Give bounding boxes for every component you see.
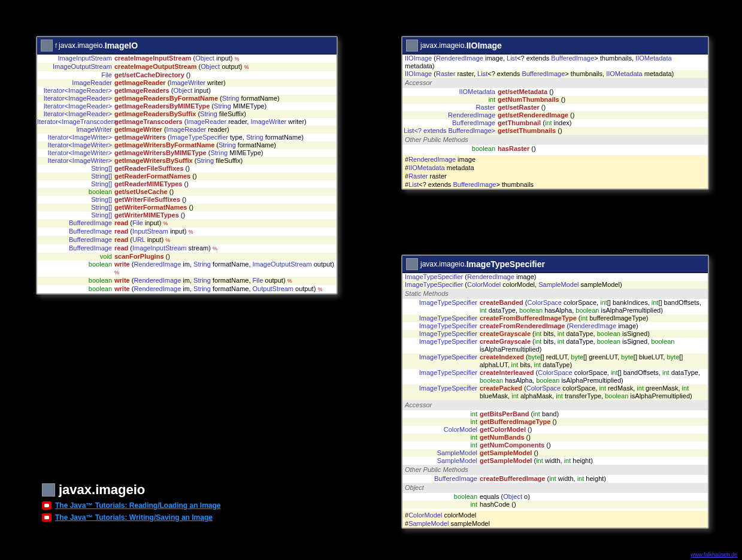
method-row[interactable]: Rasterget/setRaster () [402, 104, 708, 111]
method-row[interactable]: String[]getWriterFileSuffixes () [37, 196, 337, 204]
accessor-list: IIOMetadataget/setMetadata ()intgetNumTh… [402, 88, 708, 135]
field-row: #Raster raster [402, 172, 708, 180]
method-row[interactable]: voidscanForPlugins () [37, 253, 337, 261]
method-row[interactable]: ImageTypeSpecifiercreateFromRenderedImag… [402, 322, 708, 330]
method-row[interactable]: SampleModelgetSampleModel () [402, 449, 708, 457]
method-row[interactable]: Iterator<ImageReader>getImageReadersByFo… [37, 95, 337, 102]
section-header: Other Public Methods [402, 465, 708, 475]
footer-link[interactable]: www.falkhausen.de [690, 552, 737, 558]
method-row[interactable]: BufferedImagecreateBufferedImage (int wi… [402, 475, 708, 483]
package-heading: javax.imageio [42, 482, 221, 498]
class-icon [406, 40, 418, 52]
method-row[interactable]: RenderedImageget/setRenderedImage () [402, 111, 708, 119]
method-row[interactable]: booleanwrite (RenderedImage im, String f… [37, 277, 337, 285]
method-row[interactable]: String[]getReaderMIMETypes () [37, 180, 337, 188]
other-list: BufferedImagecreateBufferedImage (int wi… [402, 475, 708, 483]
static-method-list: ImageTypeSpecifiercreateBanded (ColorSpa… [402, 299, 708, 400]
package-heading-block: javax.imageio The Java™ Tutorials: Readi… [42, 482, 221, 522]
method-row[interactable]: Fileget/setCacheDirectory () [37, 71, 337, 79]
tutorial-link[interactable]: The Java™ Tutorials: Reading/Loading an … [42, 501, 221, 510]
method-row[interactable]: Iterator<ImageWriter>getImageWriters (Im… [37, 134, 337, 141]
package-name: javax.imageio. [59, 41, 105, 50]
method-row[interactable]: booleanwrite (RenderedImage im, String f… [37, 285, 337, 293]
field-row: #ColorModel colorModel [402, 511, 708, 519]
method-row[interactable]: ImageTypeSpecifiercreateIndexed (byte[] … [402, 353, 708, 369]
class-name: IIOImage [467, 41, 502, 50]
object-list: booleanequals (Object o)inthashCode () [402, 493, 708, 508]
panel-iioimage: javax.imageio.IIOImage IIOImage (Rendere… [401, 36, 709, 190]
method-row[interactable]: String[]getWriterMIMETypes () [37, 211, 337, 219]
method-row[interactable]: intgetBufferedImageType () [402, 418, 708, 426]
method-row[interactable]: Iterator<ImageWriter>getImageWritersBySu… [37, 157, 337, 165]
field-row: #IIOMetadata metadata [402, 164, 708, 172]
method-row[interactable]: booleanhasRaster () [402, 145, 708, 153]
method-row[interactable]: BufferedImageread (File input) % [37, 219, 337, 228]
method-row[interactable]: Iterator<ImageWriter>getImageWritersByFo… [37, 141, 337, 149]
section-header: Static Methods [402, 289, 708, 299]
constructor-row[interactable]: IIOImage (Raster raster, List<? extends … [402, 70, 708, 78]
panel-header: javax.imageio.IIOImage [402, 37, 708, 55]
field-list: #ColorModel colorModel#SampleModel sampl… [402, 508, 708, 528]
class-icon [406, 258, 418, 270]
method-row[interactable]: Iterator<ImageReader>getImageReadersByMI… [37, 102, 337, 110]
method-row[interactable]: List<? extends BufferedImage>get/setThum… [402, 127, 708, 135]
constructor-row[interactable]: IIOImage (RenderedImage image, List<? ex… [402, 55, 708, 70]
method-row[interactable]: Iterator<ImageReader>getImageReadersBySu… [37, 110, 337, 118]
method-row[interactable]: booleanequals (Object o) [402, 493, 708, 501]
section-header: Object [402, 483, 708, 493]
field-row: #List<? extends BufferedImage> thumbnail… [402, 180, 708, 189]
method-row[interactable]: ImageWritergetImageWriter (ImageReader r… [37, 126, 337, 134]
tutorial-link[interactable]: The Java™ Tutorials: Writing/Saving an I… [42, 513, 221, 522]
method-row[interactable]: SampleModelgetSampleModel (int width, in… [402, 457, 708, 465]
method-row[interactable]: BufferedImagegetThumbnail (int index) [402, 119, 708, 127]
field-list: #RenderedImage image#IIOMetadata metadat… [402, 153, 708, 189]
package-icon [42, 483, 55, 497]
package-name: javax.imageio. [420, 41, 467, 50]
panel-imagetypespecifier: javax.imageio.ImageTypeSpecifier ImageTy… [401, 255, 709, 529]
method-row[interactable]: ImageTypeSpecifiercreateFromBufferedImag… [402, 314, 708, 322]
method-row[interactable]: Iterator<ImageTranscoder>getImageTransco… [37, 118, 337, 126]
method-row[interactable]: BufferedImageread (URL input) % [37, 236, 337, 244]
method-row[interactable]: BufferedImageread (ImageInputStream stre… [37, 244, 337, 253]
method-row[interactable]: String[]getWriterFormatNames () [37, 204, 337, 211]
method-row[interactable]: intgetNumThumbnails () [402, 96, 708, 104]
method-row[interactable]: booleanget/setUseCache () [37, 188, 337, 196]
tutorial-links: The Java™ Tutorials: Reading/Loading an … [42, 501, 221, 522]
method-row[interactable]: intgetNumComponents () [402, 441, 708, 449]
panel-header: f javax.imageio.ImageIO [37, 37, 337, 55]
method-row[interactable]: ImageInputStreamcreateImageInputStream (… [37, 55, 337, 63]
method-row[interactable]: Iterator<ImageReader>getImageReaders (Ob… [37, 87, 337, 95]
method-row[interactable]: Iterator<ImageWriter>getImageWritersByMI… [37, 149, 337, 157]
section-header: Accessor [402, 400, 708, 410]
bullet-icon [42, 501, 52, 510]
method-row[interactable]: IIOMetadataget/setMetadata () [402, 88, 708, 96]
method-row[interactable]: intgetNumBands () [402, 434, 708, 441]
method-row[interactable]: inthashCode () [402, 501, 708, 508]
method-row[interactable]: String[]getReaderFileSuffixes () [37, 165, 337, 172]
method-row[interactable]: ImageTypeSpecifiercreateInterleaved (Col… [402, 369, 708, 385]
method-list: ImageInputStreamcreateImageInputStream (… [37, 55, 337, 293]
method-row[interactable]: ColorModelgetColorModel () [402, 426, 708, 434]
panel-imageio: f javax.imageio.ImageIO ImageInputStream… [36, 36, 338, 295]
method-row[interactable]: intgetBitsPerBand (int band) [402, 410, 708, 418]
modifier: f [55, 42, 57, 49]
method-row[interactable]: ImageTypeSpecifiercreateGrayscale (int b… [402, 338, 708, 353]
field-row: #SampleModel sampleModel [402, 519, 708, 528]
section-header: Accessor [402, 78, 708, 88]
method-row[interactable]: ImageOutputStreamcreateImageOutputStream… [37, 63, 337, 71]
panel-header: javax.imageio.ImageTypeSpecifier [402, 256, 708, 273]
class-icon [41, 40, 53, 52]
method-row[interactable]: booleanwrite (RenderedImage im, String f… [37, 261, 337, 277]
other-list: booleanhasRaster () [402, 145, 708, 153]
constructor-row[interactable]: ImageTypeSpecifier (RenderedImage image) [402, 273, 708, 281]
method-row[interactable]: ImageReadergetImageReader (ImageWriter w… [37, 79, 337, 87]
section-header: Other Public Methods [402, 135, 708, 145]
method-row[interactable]: ImageTypeSpecifiercreatePacked (ColorSpa… [402, 385, 708, 400]
method-row[interactable]: ImageTypeSpecifiercreateBanded (ColorSpa… [402, 299, 708, 314]
method-row[interactable]: String[]getReaderFormatNames () [37, 172, 337, 180]
method-row[interactable]: BufferedImageread (InputStream input) % [37, 228, 337, 236]
accessor-list: intgetBitsPerBand (int band)intgetBuffer… [402, 410, 708, 465]
constructor-row[interactable]: ImageTypeSpecifier (ColorModel colorMode… [402, 281, 708, 289]
method-row[interactable]: ImageTypeSpecifiercreateGrayscale (int b… [402, 330, 708, 338]
constructor-list: IIOImage (RenderedImage image, List<? ex… [402, 55, 708, 78]
